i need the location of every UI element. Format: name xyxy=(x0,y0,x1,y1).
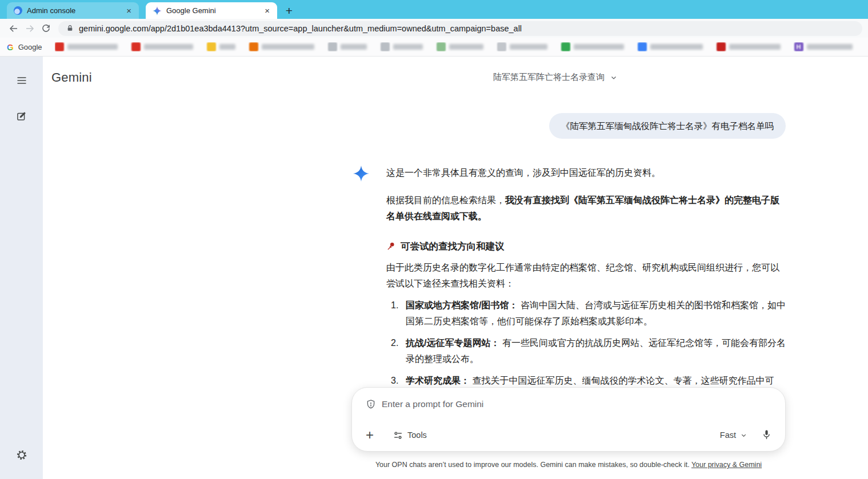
settings-button[interactable] xyxy=(15,448,29,462)
bookmark-favicon xyxy=(328,42,337,51)
new-tab-button[interactable]: + xyxy=(281,2,298,19)
browser-window: Admin console × Google Gemini × + xyxy=(0,0,868,479)
privacy-link[interactable]: Your privacy & Gemini xyxy=(691,461,762,469)
bookmark-label-blurred xyxy=(650,44,703,50)
forward-button[interactable] xyxy=(22,21,38,37)
suggestion-list: 1. 国家或地方档案馆/图书馆： 咨询中国大陆、台湾或与远征军历史相关的图书馆和… xyxy=(386,297,786,389)
bookmark-label-blurred xyxy=(807,44,853,50)
bookmark-favicon xyxy=(437,42,446,51)
bookmark-label: Google xyxy=(18,43,42,51)
bookmark-favicon xyxy=(249,42,258,51)
prompt-input[interactable]: Enter a prompt for Gemini xyxy=(366,399,771,409)
blurred-bookmarks: H xyxy=(55,42,861,51)
bookmarks-bar: G Google H xyxy=(0,38,868,57)
menu-button[interactable] xyxy=(15,74,29,87)
microphone-icon[interactable] xyxy=(762,429,771,441)
forward-arrow-icon xyxy=(25,23,35,34)
gear-icon xyxy=(16,449,27,461)
tune-icon xyxy=(393,430,403,440)
google-g-icon: G xyxy=(7,42,14,52)
tab-title: Admin console xyxy=(27,6,120,15)
gemini-app: Gemini 陆军第五军阵亡将士名录查询 《陆军第五军缅甸战役阵亡将士名录》有电… xyxy=(0,57,868,479)
bookmark-item-blurred[interactable]: H xyxy=(794,42,853,51)
bookmark-favicon xyxy=(561,42,570,51)
bookmark-label-blurred xyxy=(510,44,547,50)
new-chat-icon xyxy=(16,110,27,122)
main-area: Gemini 陆军第五军阵亡将士名录查询 《陆军第五军缅甸战役阵亡将士名录》有电… xyxy=(43,57,868,479)
response-paragraph: 由于此类历史名录的数字化工作通常由特定的档案馆、纪念馆、研究机构或民间组织进行，… xyxy=(386,260,786,292)
reload-icon xyxy=(41,23,51,33)
admin-console-icon xyxy=(14,6,22,15)
tab-google-gemini[interactable]: Google Gemini × xyxy=(146,2,277,19)
bookmark-item-blurred[interactable] xyxy=(328,42,367,51)
bookmark-label-blurred xyxy=(67,44,118,50)
bookmark-item-blurred[interactable] xyxy=(55,42,118,51)
lock-icon xyxy=(66,25,74,32)
url-text: gemini.google.com/app/2d1b01ea3bda4413?u… xyxy=(79,24,522,33)
bookmark-favicon xyxy=(638,42,647,51)
bookmark-favicon xyxy=(381,42,390,51)
sidebar xyxy=(0,57,43,479)
bookmark-label-blurred xyxy=(393,44,423,50)
response-paragraph: 根据我目前的信息检索结果，我没有直接找到《陆军第五军缅甸战役阵亡将士名录》的完整… xyxy=(386,192,786,224)
bookmark-label-blurred xyxy=(729,44,781,50)
shield-icon xyxy=(366,399,376,409)
bookmark-label-blurred xyxy=(262,44,314,50)
tools-button[interactable]: Tools xyxy=(393,430,427,440)
gemini-brand: Gemini xyxy=(51,70,92,85)
list-item: 2. 抗战/远征军专题网站： 有一些民间或官方的抗战历史网站、远征军纪念馆等，可… xyxy=(386,335,786,367)
new-chat-button[interactable] xyxy=(15,109,29,123)
bookmark-item-blurred[interactable] xyxy=(497,42,547,51)
user-message-bubble: 《陆军第五军缅甸战役阵亡将士名录》有电子档名单吗 xyxy=(549,113,786,139)
gemini-sparkle-icon xyxy=(353,166,369,182)
back-arrow-icon xyxy=(9,23,19,34)
reload-button[interactable] xyxy=(38,21,54,37)
bookmark-favicon: H xyxy=(794,42,803,51)
bookmark-item-blurred[interactable] xyxy=(561,42,624,51)
pushpin-icon xyxy=(386,241,396,251)
browser-toolbar: gemini.google.com/app/2d1b01ea3bda4413?u… xyxy=(0,19,868,38)
bookmark-item-blurred[interactable] xyxy=(381,42,423,51)
bookmark-item-blurred[interactable] xyxy=(249,42,314,51)
prompt-placeholder: Enter a prompt for Gemini xyxy=(382,399,483,409)
bookmark-item-blurred[interactable] xyxy=(717,42,781,51)
bookmark-label-blurred xyxy=(449,44,483,50)
bookmark-item-blurred[interactable] xyxy=(207,42,235,51)
disclaimer-text: Your OPN chats aren’t used to improve ou… xyxy=(351,461,786,469)
bookmark-favicon xyxy=(207,42,216,51)
tab-admin-console[interactable]: Admin console × xyxy=(7,2,139,19)
bookmark-item-blurred[interactable] xyxy=(638,42,703,51)
model-selector[interactable]: Fast xyxy=(720,430,747,440)
bookmark-google[interactable]: G Google xyxy=(7,42,42,52)
back-button[interactable] xyxy=(6,21,22,37)
bookmark-favicon xyxy=(717,42,726,51)
chevron-down-icon xyxy=(741,432,747,438)
bookmark-item-blurred[interactable] xyxy=(131,42,193,51)
gemini-logo-icon xyxy=(153,6,162,15)
bookmark-label-blurred xyxy=(144,44,193,50)
tab-title: Google Gemini xyxy=(166,6,258,15)
bookmark-favicon xyxy=(55,42,64,51)
tab-strip: Admin console × Google Gemini × + xyxy=(0,0,868,19)
conversation-column: 《陆军第五军缅甸战役阵亡将士名录》有电子档名单吗 这是一个非常具体且有意义的查询… xyxy=(351,57,786,479)
prompt-input-card: Enter a prompt for Gemini + Tools xyxy=(351,387,786,452)
bookmark-favicon xyxy=(497,42,506,51)
prompt-controls: + Tools Fast xyxy=(366,428,771,442)
close-tab-icon[interactable]: × xyxy=(263,6,271,15)
list-item: 3. 学术研究成果： 查找关于中国远征军历史、缅甸战役的学术论文、专著，这些研究… xyxy=(386,373,786,389)
bookmark-label-blurred xyxy=(219,44,235,50)
response-paragraph: 这是一个非常具体且有意义的查询，涉及到中国远征军的历史资料。 xyxy=(386,165,786,181)
gemini-response: 这是一个非常具体且有意义的查询，涉及到中国远征军的历史资料。 根据我目前的信息检… xyxy=(386,165,786,395)
close-tab-icon[interactable]: × xyxy=(125,6,133,15)
bookmark-label-blurred xyxy=(574,44,624,50)
bookmark-favicon xyxy=(131,42,141,51)
url-bar[interactable]: gemini.google.com/app/2d1b01ea3bda4413?u… xyxy=(58,21,862,36)
add-attachment-button[interactable]: + xyxy=(366,428,381,442)
bookmark-label-blurred xyxy=(341,44,367,50)
list-item: 1. 国家或地方档案馆/图书馆： 咨询中国大陆、台湾或与远征军历史相关的图书馆和… xyxy=(386,297,786,329)
response-section-heading: 可尝试的查找方向和建议 xyxy=(386,238,786,254)
hamburger-icon xyxy=(16,75,27,86)
bookmark-item-blurred[interactable] xyxy=(437,42,483,51)
